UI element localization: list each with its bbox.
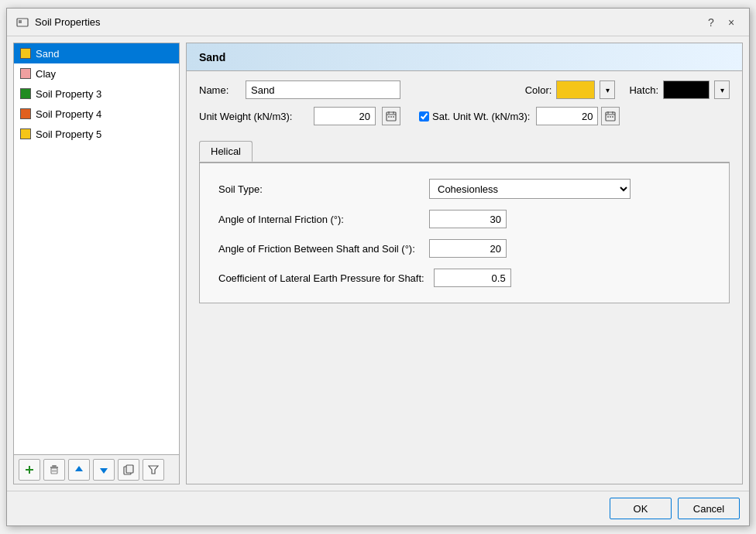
copy-button[interactable] [118,459,139,481]
hatch-box[interactable] [663,80,710,99]
color-picker[interactable] [556,80,595,99]
unit-weight-input[interactable] [314,107,376,125]
ok-button[interactable]: OK [610,498,672,519]
name-label: Name: [199,84,238,96]
soil-list: SandClaySoil Property 3Soil Property 4So… [14,43,179,454]
shaft-friction-row: Angle of Friction Between Shaft and Soil… [218,239,710,258]
svg-marker-10 [75,466,83,471]
color-label: Color: [525,84,552,96]
svg-rect-21 [393,116,394,118]
svg-rect-28 [612,116,613,118]
friction-label: Angle of Internal Friction (°): [218,214,420,225]
soil-item-soil4[interactable]: Soil Property 4 [14,104,179,124]
svg-rect-5 [52,465,57,467]
hatch-label: Hatch: [629,84,658,96]
sat-label: Sat. Unit Wt. (kN/m3): [432,111,530,122]
soil-label-sand: Sand [36,48,59,60]
soil-type-row: Soil Type: Cohesionless Cohesive [218,179,710,199]
soil-item-soil5[interactable]: Soil Property 5 [14,124,179,144]
lateral-input[interactable] [434,269,511,287]
soil-label-soil5: Soil Property 5 [36,128,101,140]
svg-rect-27 [610,116,611,118]
soil-color-soil5 [20,128,31,139]
name-input[interactable] [246,80,400,99]
tab-strip: Helical [187,135,742,162]
move-down-button[interactable] [93,459,115,481]
sat-check: Sat. Unit Wt. (kN/m3): [419,107,620,125]
help-button[interactable]: ? [703,14,720,31]
filter-button[interactable] [143,459,164,481]
tab-helical[interactable]: Helical [199,141,253,162]
sat-unit-wt-input[interactable] [536,107,598,125]
shaft-friction-input[interactable] [429,239,507,258]
name-color-row: Name: Color: ▾ Hatch: ▾ [199,80,730,99]
sat-checkbox[interactable] [419,111,429,122]
content-area: SandClaySoil Property 3Soil Property 4So… [7,36,749,491]
soil-color-sand [20,48,31,59]
delete-soil-button[interactable] [43,459,65,481]
cancel-button[interactable]: Cancel [678,498,740,519]
title-bar: Soil Properties ? × [7,9,749,36]
soil-label-soil3: Soil Property 3 [36,88,101,100]
move-up-button[interactable] [68,459,90,481]
right-panel-header: Sand [187,43,742,71]
hatch-dropdown-button[interactable]: ▾ [714,80,730,99]
soil-properties-dialog: Soil Properties ? × SandClaySoil Propert… [6,8,750,526]
friction-row: Angle of Internal Friction (°): [218,210,710,228]
add-soil-button[interactable] [19,459,40,481]
svg-marker-14 [149,466,158,474]
right-panel: Sand Name: Color: ▾ Hatch: ▾ [186,43,743,484]
soil-label-clay: Clay [36,68,56,80]
soil-label-soil4: Soil Property 4 [36,108,101,120]
shaft-friction-label: Angle of Friction Between Shaft and Soil… [218,243,420,255]
soil-item-soil3[interactable]: Soil Property 3 [14,84,179,104]
left-toolbar [14,454,179,484]
svg-rect-13 [126,465,133,473]
soil-color-soil3 [20,88,31,99]
svg-rect-1 [19,20,22,23]
svg-marker-11 [100,468,108,474]
dialog-title: Soil Properties [35,16,101,28]
unit-weight-icon[interactable] [382,107,400,125]
left-panel: SandClaySoil Property 3Soil Property 4So… [13,43,180,484]
soil-type-label: Soil Type: [218,183,420,195]
dialog-icon [16,16,29,29]
soil-color-clay [20,68,31,79]
svg-rect-3 [29,466,30,474]
lateral-row: Coefficient of Lateral Earth Pressure fo… [218,269,710,287]
soil-color-soil4 [20,108,31,119]
tab-content-helical: Soil Type: Cohesionless Cohesive Angle o… [199,163,730,303]
soil-type-select[interactable]: Cohesionless Cohesive [429,179,631,199]
color-dropdown-button[interactable]: ▾ [600,80,615,99]
bottom-bar: OK Cancel [7,491,749,525]
properties-area: Name: Color: ▾ Hatch: ▾ Unit Weight (kN/… [187,71,742,135]
soil-item-sand[interactable]: Sand [14,43,179,63]
friction-input[interactable] [429,210,507,228]
soil-item-clay[interactable]: Clay [14,63,179,84]
unit-weight-row: Unit Weight (kN/m3): Sat. Unit Wt. (kN/m… [199,107,730,125]
close-button[interactable]: × [723,14,740,31]
unit-weight-label: Unit Weight (kN/m3): [199,111,308,122]
svg-rect-20 [390,116,392,118]
svg-rect-19 [388,116,390,118]
sat-unit-wt-icon[interactable] [601,107,620,125]
lateral-label: Coefficient of Lateral Earth Pressure fo… [218,272,424,284]
svg-rect-26 [607,116,609,118]
